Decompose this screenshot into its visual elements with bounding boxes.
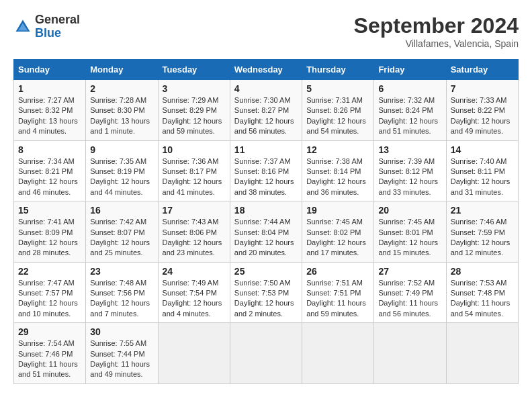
day-info: Sunrise: 7:50 AMSunset: 7:53 PMDaylight:… (234, 278, 298, 320)
table-row (374, 323, 446, 384)
table-row: 17 Sunrise: 7:43 AMSunset: 8:06 PMDaylig… (158, 201, 230, 263)
day-info: Sunrise: 7:30 AMSunset: 8:27 PMDaylight:… (234, 95, 298, 137)
day-info: Sunrise: 7:43 AMSunset: 8:06 PMDaylight:… (163, 217, 226, 259)
header-saturday: Saturday (446, 60, 518, 80)
day-info: Sunrise: 7:47 AMSunset: 7:57 PMDaylight:… (18, 278, 81, 320)
days-header-row: Sunday Monday Tuesday Wednesday Thursday… (14, 60, 519, 80)
table-row: 24 Sunrise: 7:49 AMSunset: 7:54 PMDaylig… (158, 262, 230, 323)
day-info: Sunrise: 7:29 AMSunset: 8:29 PMDaylight:… (163, 95, 226, 137)
table-row: 16 Sunrise: 7:42 AMSunset: 8:07 PMDaylig… (86, 201, 158, 263)
day-info: Sunrise: 7:31 AMSunset: 8:26 PMDaylight:… (306, 95, 369, 137)
table-row: 18 Sunrise: 7:44 AMSunset: 8:04 PMDaylig… (230, 201, 302, 263)
day-info: Sunrise: 7:34 AMSunset: 8:21 PMDaylight:… (18, 156, 81, 198)
day-number: 9 (90, 144, 153, 155)
day-number: 12 (306, 144, 369, 155)
calendar-table: Sunday Monday Tuesday Wednesday Thursday… (13, 59, 519, 384)
table-row (302, 323, 374, 384)
day-info: Sunrise: 7:55 AMSunset: 7:44 PMDaylight:… (90, 338, 153, 380)
day-info: Sunrise: 7:45 AMSunset: 8:01 PMDaylight:… (378, 217, 441, 259)
day-info: Sunrise: 7:54 AMSunset: 7:46 PMDaylight:… (18, 338, 81, 380)
table-row: 2 Sunrise: 7:28 AMSunset: 8:30 PMDayligh… (86, 80, 158, 141)
day-number: 6 (378, 83, 441, 94)
day-number: 23 (90, 266, 153, 277)
logo-text: General Blue (35, 13, 80, 40)
day-info: Sunrise: 7:33 AMSunset: 8:22 PMDaylight:… (451, 95, 514, 137)
day-info: Sunrise: 7:46 AMSunset: 7:59 PMDaylight:… (451, 217, 514, 259)
day-number: 29 (18, 326, 81, 337)
day-number: 1 (18, 83, 81, 94)
day-number: 4 (234, 83, 298, 94)
table-row: 3 Sunrise: 7:29 AMSunset: 8:29 PMDayligh… (158, 80, 230, 141)
day-info: Sunrise: 7:44 AMSunset: 8:04 PMDaylight:… (234, 217, 298, 259)
day-number: 15 (18, 205, 81, 216)
location: Villafames, Valencia, Spain (354, 38, 519, 49)
day-info: Sunrise: 7:41 AMSunset: 8:09 PMDaylight:… (18, 217, 81, 259)
table-row: 26 Sunrise: 7:51 AMSunset: 7:51 PMDaylig… (302, 262, 374, 323)
day-number: 18 (234, 205, 298, 216)
day-number: 7 (451, 83, 514, 94)
header-sunday: Sunday (14, 60, 86, 80)
table-row: 9 Sunrise: 7:35 AMSunset: 8:19 PMDayligh… (86, 140, 158, 201)
day-number: 5 (306, 83, 369, 94)
day-number: 25 (234, 266, 298, 277)
table-row: 4 Sunrise: 7:30 AMSunset: 8:27 PMDayligh… (230, 80, 302, 141)
day-number: 21 (451, 205, 514, 216)
day-info: Sunrise: 7:53 AMSunset: 7:48 PMDaylight:… (451, 278, 514, 320)
calendar-row: 29 Sunrise: 7:54 AMSunset: 7:46 PMDaylig… (14, 323, 519, 384)
day-number: 30 (90, 326, 153, 337)
day-number: 10 (163, 144, 226, 155)
day-number: 8 (18, 144, 81, 155)
calendar-row: 15 Sunrise: 7:41 AMSunset: 8:09 PMDaylig… (14, 201, 519, 263)
table-row: 15 Sunrise: 7:41 AMSunset: 8:09 PMDaylig… (14, 201, 86, 263)
day-info: Sunrise: 7:51 AMSunset: 7:51 PMDaylight:… (306, 278, 369, 320)
table-row: 5 Sunrise: 7:31 AMSunset: 8:26 PMDayligh… (302, 80, 374, 141)
day-number: 16 (90, 205, 153, 216)
day-info: Sunrise: 7:42 AMSunset: 8:07 PMDaylight:… (90, 217, 153, 259)
day-info: Sunrise: 7:37 AMSunset: 8:16 PMDaylight:… (234, 156, 298, 198)
table-row: 29 Sunrise: 7:54 AMSunset: 7:46 PMDaylig… (14, 323, 86, 384)
day-info: Sunrise: 7:40 AMSunset: 8:11 PMDaylight:… (451, 156, 514, 198)
day-info: Sunrise: 7:39 AMSunset: 8:12 PMDaylight:… (378, 156, 441, 198)
table-row: 27 Sunrise: 7:52 AMSunset: 7:49 PMDaylig… (374, 262, 446, 323)
table-row: 10 Sunrise: 7:36 AMSunset: 8:17 PMDaylig… (158, 140, 230, 201)
day-info: Sunrise: 7:38 AMSunset: 8:14 PMDaylight:… (306, 156, 369, 198)
day-number: 19 (306, 205, 369, 216)
table-row: 28 Sunrise: 7:53 AMSunset: 7:48 PMDaylig… (446, 262, 518, 323)
table-row: 7 Sunrise: 7:33 AMSunset: 8:22 PMDayligh… (446, 80, 518, 141)
title-block: September 2024 Villafames, Valencia, Spa… (354, 13, 519, 49)
header-monday: Monday (86, 60, 158, 80)
calendar-row: 22 Sunrise: 7:47 AMSunset: 7:57 PMDaylig… (14, 262, 519, 323)
day-number: 14 (451, 144, 514, 155)
table-row: 8 Sunrise: 7:34 AMSunset: 8:21 PMDayligh… (14, 140, 86, 201)
table-row (158, 323, 230, 384)
table-row: 11 Sunrise: 7:37 AMSunset: 8:16 PMDaylig… (230, 140, 302, 201)
day-number: 3 (163, 83, 226, 94)
day-number: 11 (234, 144, 298, 155)
calendar-row: 8 Sunrise: 7:34 AMSunset: 8:21 PMDayligh… (14, 140, 519, 201)
table-row: 6 Sunrise: 7:32 AMSunset: 8:24 PMDayligh… (374, 80, 446, 141)
day-info: Sunrise: 7:32 AMSunset: 8:24 PMDaylight:… (378, 95, 441, 137)
table-row: 19 Sunrise: 7:45 AMSunset: 8:02 PMDaylig… (302, 201, 374, 263)
logo: General Blue (13, 13, 80, 40)
table-row: 1 Sunrise: 7:27 AMSunset: 8:32 PMDayligh… (14, 80, 86, 141)
table-row: 30 Sunrise: 7:55 AMSunset: 7:44 PMDaylig… (86, 323, 158, 384)
day-number: 20 (378, 205, 441, 216)
table-row: 25 Sunrise: 7:50 AMSunset: 7:53 PMDaylig… (230, 262, 302, 323)
table-row: 20 Sunrise: 7:45 AMSunset: 8:01 PMDaylig… (374, 201, 446, 263)
day-info: Sunrise: 7:36 AMSunset: 8:17 PMDaylight:… (163, 156, 226, 198)
day-info: Sunrise: 7:49 AMSunset: 7:54 PMDaylight:… (163, 278, 226, 320)
table-row: 23 Sunrise: 7:48 AMSunset: 7:56 PMDaylig… (86, 262, 158, 323)
day-number: 26 (306, 266, 369, 277)
table-row: 12 Sunrise: 7:38 AMSunset: 8:14 PMDaylig… (302, 140, 374, 201)
day-info: Sunrise: 7:28 AMSunset: 8:30 PMDaylight:… (90, 95, 153, 137)
table-row (230, 323, 302, 384)
table-row: 22 Sunrise: 7:47 AMSunset: 7:57 PMDaylig… (14, 262, 86, 323)
table-row: 21 Sunrise: 7:46 AMSunset: 7:59 PMDaylig… (446, 201, 518, 263)
month-title: September 2024 (354, 13, 519, 38)
day-info: Sunrise: 7:27 AMSunset: 8:32 PMDaylight:… (18, 95, 81, 137)
calendar-row: 1 Sunrise: 7:27 AMSunset: 8:32 PMDayligh… (14, 80, 519, 141)
header-thursday: Thursday (302, 60, 374, 80)
header-friday: Friday (374, 60, 446, 80)
day-info: Sunrise: 7:48 AMSunset: 7:56 PMDaylight:… (90, 278, 153, 320)
day-number: 28 (451, 266, 514, 277)
